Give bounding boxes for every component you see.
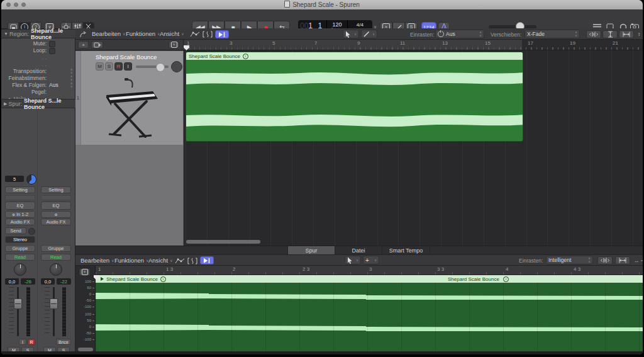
control-bar: i ? ∨ ◀◀ ▶▶ ■ ▶ ● ⇆ 001 1 [1,9,643,29]
track-header-config-button[interactable]: ∨ [169,41,179,48]
automation-mode-slot[interactable]: Read [5,254,35,261]
patch-knob[interactable] [26,174,36,184]
tracks-horizontal-scrollbar[interactable] [186,240,260,244]
empty-plugin-slot[interactable] [5,195,35,200]
catch-playhead-button[interactable] [215,30,229,38]
volume-value[interactable]: 0,0 [5,278,19,285]
waveform-zoom-icon [601,258,609,263]
automation-icon[interactable] [190,31,200,38]
editor-automation-icon[interactable] [175,258,185,264]
audio-fx-slot[interactable]: Audio FX [41,218,71,225]
track-header-empty-area[interactable] [75,145,184,246]
tracks-functions-menu[interactable]: Funktionen∨ [126,30,160,37]
snap-power-icon[interactable] [438,31,444,37]
left-click-tool-menu[interactable]: ∨ [343,30,359,38]
group-slot[interactable]: Gruppe [41,245,71,252]
input-monitor-button[interactable]: I [19,339,26,345]
bounce-button[interactable]: Bnce [56,339,71,345]
track-name[interactable]: Shepard Scale Bounce [96,54,157,60]
track-solo-button[interactable]: S [105,62,113,71]
editor-left-column: ∨ 100 50 0 -50 -100 100 50 0 -50 -100 [75,266,96,354]
tracks-edit-menu[interactable]: Bearbeiten∨ [92,30,125,37]
tab-smart-tempo[interactable]: Smart Tempo [382,246,430,254]
setting-button[interactable]: Setting [41,186,71,193]
editor-waveform-area[interactable] [96,283,643,351]
editor-beat-ruler[interactable]: 1 1 3 2 2 3 3 3 3 4 4 3 [96,266,643,275]
track-input-monitor-button[interactable]: I [124,62,132,71]
editor-command-click-tool-menu[interactable]: + ∨ [363,256,379,264]
flex-icon[interactable] [203,31,213,38]
snap-label: Einrasten: [410,31,434,38]
patch-value[interactable]: 5 [5,176,24,182]
region-header[interactable]: Shepard Scale Bounce i [186,52,523,60]
editor-snap-dropdown[interactable]: Intelligent ∧∨ [546,256,593,264]
vertical-auto-zoom-button[interactable] [602,30,618,38]
automation-mode-slot[interactable]: Read [41,254,71,261]
track-1-header[interactable]: 1 Shepard Scale Bounce M S R I [75,51,184,145]
volume-fader[interactable] [14,298,22,309]
volume-value[interactable]: 0,0 [41,278,55,285]
empty-plugin-slot[interactable] [41,195,71,200]
region-play-icon[interactable] [101,277,104,281]
finetune-stepper[interactable]: ∧∨ [69,75,74,81]
snap-dropdown[interactable]: Aus ∧∨ [435,30,484,38]
pan-knob[interactable] [14,263,26,276]
editor-catch-playhead-button[interactable] [200,256,214,264]
flex-follow-stepper[interactable]: ∧∨ [69,82,74,88]
editor-fit-horizontal-button[interactable] [615,256,630,264]
transposition-stepper[interactable]: ∧∨ [69,68,74,74]
loop-checkbox[interactable] [49,48,55,54]
editor-edit-menu[interactable]: Bearbeiten∨ [80,257,114,264]
waveform-zoom-button[interactable] [586,30,601,38]
stereo-circles-icon: ⊕ [54,212,57,217]
duplicate-track-button[interactable] [91,41,103,48]
track-record-button[interactable]: R [114,62,123,71]
window-titlebar: Shepard Scale - Spuren [1,0,643,10]
track-inspector-header[interactable]: ▶ Spur:Shepard S...le Bounce [1,99,75,108]
drag-mode-dropdown[interactable]: X-Fade ∧∨ [525,30,580,38]
editor-waveform-zoom-button[interactable] [597,256,613,264]
pan-knob[interactable] [50,263,62,276]
editor-horizontal-zoom-slider[interactable] [641,260,643,261]
horizontal-auto-zoom-button[interactable] [619,30,634,38]
editor-view-menu[interactable]: Ansicht∨ [148,257,173,264]
editor-left-click-tool-menu[interactable]: ∨ [345,256,361,264]
level-meter [26,287,30,336]
flex-follow-value[interactable]: Aus [49,82,58,88]
eq-slot[interactable]: EQ [41,201,71,210]
tracks-view-menu[interactable]: Ansicht∨ [160,30,184,37]
input-slot[interactable]: ⊕In 1-2 [5,211,35,218]
setting-button[interactable]: Setting [5,186,35,193]
corner-arrow-icon[interactable] [79,31,87,38]
editor-config-button[interactable]: ∨ [79,268,90,276]
output-slot[interactable]: Stereo [5,236,35,243]
vertical-zoom-icon [608,31,613,38]
track-pan-knob[interactable] [171,61,182,72]
eq-slot[interactable]: EQ [5,201,35,210]
audio-fx-slot[interactable]: Audio FX [5,218,35,225]
mute-checkbox[interactable] [49,41,55,47]
region-inspector-header[interactable]: ▼ Region:Shepard...le Bounce [1,29,75,38]
editor-functions-menu[interactable]: Funktionen∨ [114,257,148,264]
audio-region[interactable]: Shepard Scale Bounce i [186,52,523,142]
tracks-lane-area[interactable]: Shepard Scale Bounce i [184,50,643,246]
send-slot[interactable]: Send [5,227,26,234]
editor-snap-label: Einrasten: [519,258,543,264]
editor-region-header[interactable]: Shepard Scale Bounce i Shepard Scale Bou… [96,275,643,283]
add-track-button[interactable]: + [78,41,89,48]
volume-fader[interactable] [50,298,58,309]
bar-ruler[interactable]: 1 3 5 7 9 11 13 15 17 19 21 [184,40,643,50]
track-volume-thumb[interactable] [156,63,165,72]
pointer-tool-icon [345,31,351,38]
editor-flex-icon[interactable] [187,258,197,264]
catch-playhead-icon [203,258,211,264]
record-enable-button[interactable]: R [28,339,35,345]
group-slot[interactable]: Gruppe [5,245,35,252]
channel-strip-output: Setting EQ ⊕ Audio FX Gruppe Read 0,0 -2… [40,110,73,352]
input-slot[interactable]: ⊕ [41,211,71,218]
track-mute-button[interactable]: M [96,62,104,71]
tab-datei[interactable]: Datei [335,246,382,254]
command-click-tool-menu[interactable]: ∨ [361,30,377,38]
send-knob[interactable] [28,228,35,235]
tab-spur[interactable]: Spur [287,246,335,254]
